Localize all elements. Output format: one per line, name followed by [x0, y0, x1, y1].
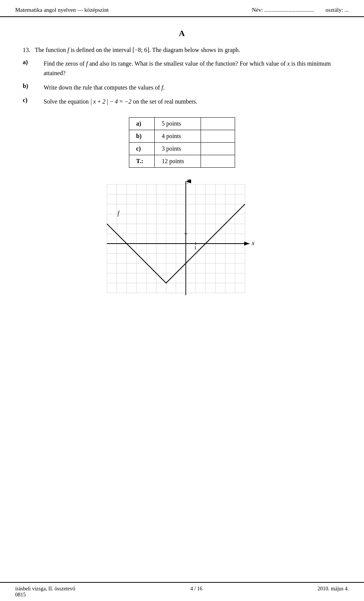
points-empty-total [201, 155, 235, 167]
points-label-total: T.: [129, 155, 155, 167]
function-label: f [118, 210, 120, 217]
y-axis-label: y [187, 179, 190, 184]
points-empty-a [201, 117, 235, 130]
main-content: A 13. The function f is defined on the i… [0, 17, 364, 323]
function-graph: x y 1 f [106, 179, 258, 300]
x-axis-label: x [251, 240, 254, 246]
part-c-label: c) [23, 97, 44, 104]
footer-page: 4 / 16 [190, 586, 202, 592]
points-value-b: 4 points [155, 130, 201, 142]
points-empty-c [201, 142, 235, 155]
page-footer: írásbeli vizsga, II. összetevő 0815 4 / … [0, 582, 364, 601]
points-empty-b [201, 130, 235, 142]
points-table-wrapper: a) 5 points b) 4 points c) 3 points T.: … [23, 117, 341, 168]
points-row-total: T.: 12 points [129, 155, 235, 167]
footer-date: 2010. május 4. [318, 586, 349, 592]
osztaly-label: osztály: ... [325, 7, 349, 13]
points-row-a: a) 5 points [129, 117, 235, 130]
points-row-b: b) 4 points [129, 130, 235, 142]
header-title: Matematika angol nyelven — középszint [15, 7, 109, 13]
points-value-c: 3 points [155, 142, 201, 155]
footer-left: írásbeli vizsga, II. összetevő 0815 [15, 586, 75, 598]
part-a-content: Find the zeros of f and also its range. … [44, 59, 341, 78]
points-label-c: c) [129, 142, 155, 155]
points-label-a: a) [129, 117, 155, 130]
section-title: A [23, 28, 341, 38]
header-subject: Matematika angol nyelven — középszint [15, 7, 109, 13]
points-value-a: 5 points [155, 117, 201, 130]
part-b: b) Write down the rule that computes the… [23, 83, 341, 93]
points-label-b: b) [129, 130, 155, 142]
part-c-content: Solve the equation | x + 2 | − 4 = −2 on… [44, 97, 341, 107]
part-a: a) Find the zeros of f and also its rang… [23, 59, 341, 78]
graph-container: x y 1 f [23, 179, 341, 300]
points-row-c: c) 3 points [129, 142, 235, 155]
part-a-label: a) [23, 59, 44, 66]
page-header: Matematika angol nyelven — középszint Né… [0, 0, 364, 17]
footer-code: 0815 [15, 592, 75, 598]
header-fields: Név: ...................................… [252, 7, 349, 13]
part-b-label: b) [23, 83, 44, 90]
points-value-total: 12 points [155, 155, 201, 167]
problem-number: 13. [23, 47, 30, 53]
part-c: c) Solve the equation | x + 2 | − 4 = −2… [23, 97, 341, 107]
part-b-content: Write down the rule that computes the va… [44, 83, 341, 93]
problem-intro: 13. The function f is defined on the int… [23, 45, 341, 55]
tick-x1: 1 [194, 245, 197, 250]
nev-label: Név: ................................... [252, 7, 314, 13]
footer-exam: írásbeli vizsga, II. összetevő [15, 586, 75, 592]
points-table: a) 5 points b) 4 points c) 3 points T.: … [129, 117, 235, 168]
